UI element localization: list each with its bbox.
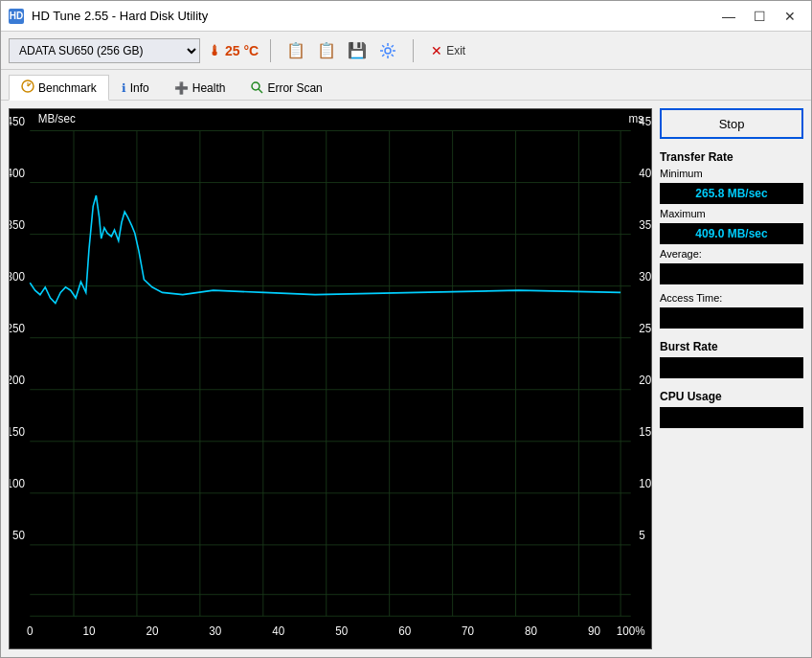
svg-text:90: 90	[588, 624, 600, 638]
stats-cpu-usage: CPU Usage	[660, 386, 803, 428]
minimize-button[interactable]: —	[715, 7, 742, 26]
svg-text:40: 40	[639, 167, 651, 180]
svg-text:80: 80	[525, 624, 537, 638]
svg-text:350: 350	[10, 218, 25, 232]
average-value	[660, 263, 803, 284]
paste-button[interactable]: 📋	[313, 37, 340, 64]
window-controls: — ☐ ✕	[715, 7, 803, 26]
access-time-value	[660, 307, 803, 329]
config-button[interactable]	[374, 37, 401, 64]
average-label: Average:	[660, 248, 803, 260]
tab-health[interactable]: ➕ Health	[162, 75, 238, 101]
svg-text:25: 25	[639, 322, 651, 335]
svg-text:15: 15	[639, 425, 651, 439]
stats-access-time: Access Time:	[660, 292, 803, 329]
svg-text:20: 20	[146, 624, 158, 638]
minimum-label: Minimum	[660, 168, 803, 179]
cpu-usage-value	[660, 407, 803, 428]
svg-text:35: 35	[639, 218, 651, 232]
svg-text:20: 20	[639, 374, 651, 387]
tab-health-label: Health	[192, 81, 226, 95]
main-content: 450 400 350 300 250 200 150 100 50 MB/se…	[1, 101, 811, 657]
health-tab-icon: ➕	[174, 81, 189, 95]
svg-text:50: 50	[335, 624, 348, 638]
svg-text:60: 60	[398, 624, 411, 638]
svg-text:40: 40	[272, 624, 284, 638]
svg-rect-6	[10, 109, 651, 648]
error-scan-tab-icon	[250, 80, 263, 97]
benchmark-tab-icon	[21, 79, 34, 96]
svg-text:100%: 100%	[617, 624, 645, 638]
svg-text:30: 30	[209, 624, 221, 638]
tab-error-scan[interactable]: Error Scan	[237, 75, 334, 101]
toolbar-icons: 📋 📋 💾	[282, 37, 401, 64]
copy-button[interactable]: 📋	[282, 37, 309, 64]
benchmark-chart: 450 400 350 300 250 200 150 100 50 MB/se…	[10, 109, 651, 648]
tab-info-label: Info	[130, 81, 149, 95]
title-bar-left: HD HD Tune 2.55 - Hard Disk Utility	[9, 9, 208, 24]
tab-error-scan-label: Error Scan	[267, 81, 322, 95]
svg-text:50: 50	[12, 529, 25, 542]
svg-line-5	[259, 89, 262, 93]
save-button[interactable]: 💾	[344, 37, 371, 64]
maximum-label: Maximum	[660, 208, 803, 219]
svg-text:ms: ms	[629, 111, 644, 125]
toolbar-separator-1	[270, 39, 271, 62]
svg-text:0: 0	[27, 624, 34, 638]
exit-button[interactable]: ✕ Exit	[425, 41, 471, 60]
svg-text:400: 400	[10, 167, 25, 180]
toolbar: ADATA SU650 (256 GB) 🌡 25 °C 📋 📋 💾 ✕ Exi…	[1, 32, 811, 70]
svg-text:100: 100	[10, 477, 25, 490]
transfer-rate-title: Transfer Rate	[660, 150, 803, 164]
access-time-label: Access Time:	[660, 292, 803, 304]
cpu-usage-title: CPU Usage	[660, 390, 803, 403]
chart-container: 450 400 350 300 250 200 150 100 50 MB/se…	[9, 108, 652, 649]
minimum-value: 265.8 MB/sec	[660, 183, 803, 204]
svg-text:30: 30	[639, 270, 651, 284]
svg-text:70: 70	[462, 624, 474, 638]
info-tab-icon: ℹ	[122, 81, 126, 95]
tab-info[interactable]: ℹ Info	[109, 75, 162, 101]
app-icon: HD	[9, 9, 24, 24]
maximum-value: 409.0 MB/sec	[660, 223, 803, 244]
svg-text:150: 150	[10, 425, 25, 439]
svg-text:10: 10	[82, 624, 95, 638]
svg-point-0	[385, 48, 391, 54]
tab-benchmark[interactable]: Benchmark	[9, 75, 109, 101]
svg-point-4	[252, 82, 259, 90]
right-panel: Stop Transfer Rate Minimum 265.8 MB/sec …	[660, 108, 803, 649]
thermometer-icon: 🌡	[208, 43, 221, 58]
window-title: HD Tune 2.55 - Hard Disk Utility	[32, 9, 208, 23]
maximize-button[interactable]: ☐	[746, 7, 773, 26]
tab-benchmark-label: Benchmark	[38, 81, 97, 95]
close-button[interactable]: ✕	[777, 7, 803, 26]
stop-button[interactable]: Stop	[660, 108, 803, 139]
title-bar: HD HD Tune 2.55 - Hard Disk Utility — ☐ …	[1, 1, 811, 32]
svg-text:5: 5	[639, 529, 645, 542]
temperature-display: 🌡 25 °C	[208, 43, 259, 58]
svg-text:200: 200	[10, 374, 25, 387]
svg-text:450: 450	[10, 115, 25, 128]
burst-rate-title: Burst Rate	[660, 340, 803, 353]
svg-text:250: 250	[10, 322, 25, 335]
temperature-value: 25 °C	[225, 43, 259, 58]
tab-bar: Benchmark ℹ Info ➕ Health Error Scan	[1, 70, 811, 101]
burst-rate-value	[660, 357, 803, 378]
svg-text:MB/sec: MB/sec	[38, 111, 76, 125]
svg-text:10: 10	[639, 477, 651, 490]
stats-transfer-rate: Transfer Rate Minimum 265.8 MB/sec Maxim…	[660, 147, 803, 284]
main-window: HD HD Tune 2.55 - Hard Disk Utility — ☐ …	[0, 0, 812, 658]
toolbar-separator-2	[413, 39, 414, 62]
drive-selector[interactable]: ADATA SU650 (256 GB)	[9, 38, 200, 63]
stats-burst-rate: Burst Rate	[660, 336, 803, 378]
svg-text:300: 300	[10, 270, 25, 284]
